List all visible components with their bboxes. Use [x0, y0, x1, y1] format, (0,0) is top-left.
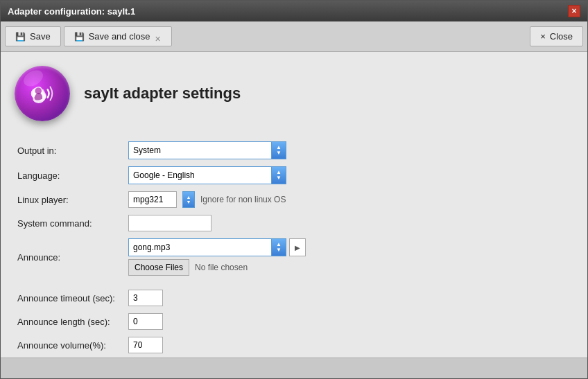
close-button[interactable]: × Close	[530, 26, 583, 46]
linux-note: Ignore for non linux OS	[200, 195, 286, 204]
linux-up-icon: ▲	[187, 195, 191, 200]
bottom-bar	[1, 358, 587, 378]
language-select-wrapper: Google - English ▲ ▼	[128, 166, 286, 184]
announce-controls: gong.mp3 ▲ ▼ ▶	[128, 238, 571, 256]
dialog-title: Adapter configuration: sayIt.1	[8, 6, 135, 17]
announce-timeout-label: Announce timeout (sec):	[15, 286, 126, 310]
announce-label: Announce:	[15, 235, 126, 279]
linux-player-row: Linux player: ▲ ▼ Ignore for non linux O…	[15, 188, 573, 211]
save-close-tab-x[interactable]: ×	[155, 33, 162, 40]
output-in-select[interactable]: System	[128, 141, 286, 159]
output-in-row: Output in: System ▲ ▼	[15, 138, 573, 163]
save-icon: 💾	[15, 32, 26, 42]
file-row: Choose Files No file chosen	[128, 259, 571, 276]
save-close-label: Save and close	[89, 31, 150, 42]
save-button[interactable]: 💾 Save	[5, 26, 61, 46]
announce-select[interactable]: gong.mp3	[128, 238, 286, 256]
settings-form: Output in: System ▲ ▼ Language:	[15, 138, 573, 358]
title-bar: Adapter configuration: sayIt.1 ×	[1, 1, 587, 21]
linux-player-arrows[interactable]: ▲ ▼	[182, 191, 195, 208]
microphone-icon	[26, 78, 58, 109]
announce-volume-input[interactable]	[128, 337, 163, 353]
adapter-settings-title: sayIt adapter settings	[84, 85, 241, 103]
linux-player-controls: ▲ ▼ Ignore for non linux OS	[128, 191, 571, 208]
system-command-row: System command:	[15, 211, 573, 235]
title-bar-close-button[interactable]: ×	[568, 5, 580, 17]
toolbar: 💾 Save 💾 Save and close × × Close	[1, 21, 587, 52]
close-x-icon: ×	[540, 31, 546, 42]
close-label: Close	[550, 31, 573, 42]
output-in-select-wrapper: System ▲ ▼	[128, 141, 286, 159]
save-close-icon: 💾	[74, 32, 85, 42]
linux-player-label: Linux player:	[15, 188, 126, 211]
adapter-config-dialog: Adapter configuration: sayIt.1 × 💾 Save …	[0, 0, 588, 379]
save-label: Save	[30, 31, 51, 42]
adapter-header: sayIt adapter settings	[15, 66, 573, 121]
announce-timeout-row: Announce timeout (sec):	[15, 286, 573, 310]
announce-select-wrapper: gong.mp3 ▲ ▼	[128, 238, 286, 256]
save-and-close-button[interactable]: 💾 Save and close ×	[64, 26, 172, 46]
announce-length-row: Announce length (sec):	[15, 310, 573, 333]
announce-volume-label: Announce volume(%):	[15, 333, 126, 357]
announce-length-label: Announce length (sec):	[15, 310, 126, 333]
announce-row: Announce: gong.mp3 ▲ ▼	[15, 235, 573, 279]
content-area: sayIt adapter settings Output in: System…	[1, 52, 587, 358]
play-icon: ▶	[295, 244, 300, 252]
linux-player-input[interactable]	[128, 191, 177, 208]
system-command-label: System command:	[15, 211, 126, 235]
announce-play-button[interactable]: ▶	[289, 238, 306, 256]
announce-volume-row: Announce volume(%):	[15, 333, 573, 357]
choose-files-button[interactable]: Choose Files	[128, 259, 189, 276]
adapter-icon	[15, 66, 70, 121]
language-row: Language: Google - English ▲ ▼	[15, 163, 573, 188]
announce-timeout-input[interactable]	[128, 290, 163, 306]
language-select[interactable]: Google - English	[128, 166, 286, 184]
file-status: No file chosen	[195, 263, 248, 272]
announce-length-input[interactable]	[128, 313, 163, 330]
linux-down-icon: ▼	[187, 200, 191, 204]
system-command-input[interactable]	[128, 215, 211, 231]
spacer-row	[15, 279, 573, 286]
language-label: Language:	[15, 163, 126, 188]
output-in-label: Output in:	[15, 138, 126, 163]
